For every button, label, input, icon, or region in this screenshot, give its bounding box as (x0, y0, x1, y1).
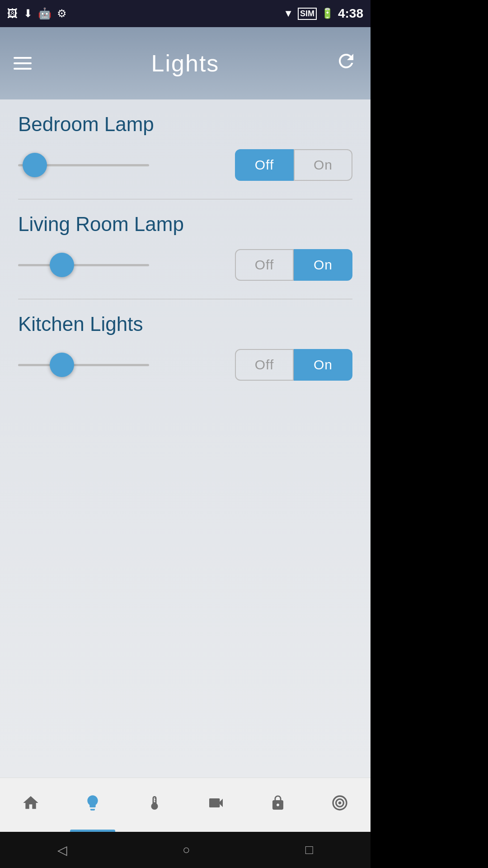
home-icon (22, 794, 40, 816)
settings-icon: ⚙ (57, 7, 67, 20)
bottom-nav (0, 778, 371, 832)
kitchen-lights-card: Kitchen Lights Off On (14, 299, 357, 399)
bedroom-lamp-on-button[interactable]: On (294, 149, 352, 181)
nav-camera[interactable] (193, 778, 239, 832)
nav-home[interactable] (8, 778, 53, 832)
main-content: Bedroom Lamp Off On Living Room Lamp (0, 99, 371, 778)
nav-lights[interactable] (70, 778, 115, 832)
bedroom-lamp-title: Bedroom Lamp (18, 113, 352, 136)
living-room-lamp-off-button[interactable]: Off (235, 249, 294, 281)
kitchen-lights-title: Kitchen Lights (18, 313, 352, 335)
refresh-button[interactable] (335, 50, 357, 76)
living-room-lamp-thumb[interactable] (50, 253, 74, 277)
kitchen-lights-toggle: Off On (235, 349, 352, 381)
living-room-lamp-toggle: Off On (235, 249, 352, 281)
download-icon: ⬇ (23, 7, 33, 20)
living-room-lamp-slider[interactable] (18, 251, 226, 278)
bedroom-lamp-controls: Off On (18, 149, 352, 181)
app-header: Lights (0, 27, 371, 99)
status-icons-right: ▼ SIM 🔋 4:38 (283, 6, 363, 21)
menu-line-1 (14, 57, 32, 59)
battery-icon: 🔋 (321, 8, 333, 19)
sim-icon: SIM (298, 8, 317, 20)
android-home-button[interactable]: ○ (183, 843, 190, 857)
android-nav: ◁ ○ □ (0, 832, 371, 868)
kitchen-lights-slider[interactable] (18, 351, 226, 378)
android-icon: 🤖 (38, 7, 52, 20)
android-recent-button[interactable]: □ (305, 843, 313, 857)
bulb-icon (84, 794, 102, 816)
bedroom-lamp-slider[interactable] (18, 151, 226, 179)
nav-radio[interactable] (317, 778, 362, 832)
radio-icon (331, 794, 349, 816)
status-bar: 🖼 ⬇ 🤖 ⚙ ▼ SIM 🔋 4:38 (0, 0, 371, 27)
bedroom-lamp-thumb[interactable] (23, 153, 47, 177)
kitchen-lights-controls: Off On (18, 349, 352, 381)
kitchen-lights-off-button[interactable]: Off (235, 349, 294, 381)
status-icons-left: 🖼 ⬇ 🤖 ⚙ (7, 7, 67, 20)
lock-icon (270, 794, 286, 816)
living-room-lamp-track (18, 264, 149, 266)
living-room-lamp-controls: Off On (18, 249, 352, 281)
living-room-lamp-title: Living Room Lamp (18, 213, 352, 236)
camera-icon (207, 794, 225, 816)
kitchen-lights-thumb[interactable] (50, 353, 74, 377)
page-title: Lights (151, 50, 220, 77)
menu-line-2 (14, 62, 32, 64)
wifi-icon: ▼ (283, 8, 293, 19)
android-back-button[interactable]: ◁ (57, 843, 67, 858)
bedroom-lamp-off-button[interactable]: Off (235, 149, 294, 181)
thermometer-icon (146, 794, 163, 816)
bedroom-lamp-toggle: Off On (235, 149, 352, 181)
status-time: 4:38 (338, 6, 363, 21)
nav-temperature[interactable] (132, 778, 177, 832)
living-room-lamp-on-button[interactable]: On (294, 249, 352, 281)
menu-button[interactable] (14, 57, 32, 70)
photo-icon: 🖼 (7, 7, 18, 20)
nav-lock[interactable] (255, 778, 300, 832)
bedroom-lamp-track (18, 164, 149, 166)
bedroom-lamp-card: Bedroom Lamp Off On (14, 99, 357, 199)
menu-line-3 (14, 68, 32, 70)
living-room-lamp-card: Living Room Lamp Off On (14, 199, 357, 299)
kitchen-lights-on-button[interactable]: On (294, 349, 352, 381)
kitchen-lights-track (18, 364, 149, 366)
